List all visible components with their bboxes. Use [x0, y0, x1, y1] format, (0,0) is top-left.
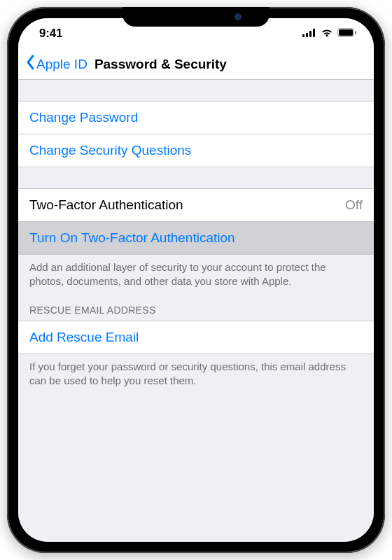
back-label: Apple ID: [36, 57, 88, 72]
two-factor-status-row[interactable]: Two-Factor Authentication Off: [18, 188, 374, 222]
add-rescue-email-label: Add Rescue Email: [29, 330, 139, 345]
change-security-questions-row[interactable]: Change Security Questions: [18, 134, 374, 167]
screen: 9:41 Apple ID Password & S: [18, 18, 374, 542]
svg-rect-3: [313, 29, 315, 37]
chevron-left-icon: [25, 55, 35, 74]
group-password: Change Password Change Security Question…: [18, 101, 374, 167]
navigation-bar: Apple ID Password & Security: [18, 49, 374, 80]
group-two-factor: Two-Factor Authentication Off Turn On Tw…: [18, 188, 374, 289]
svg-rect-6: [355, 31, 356, 34]
rescue-email-header: RESCUE EMAIL ADDRESS: [18, 289, 374, 321]
iphone-frame: 9:41 Apple ID Password & S: [7, 7, 385, 553]
back-button[interactable]: Apple ID: [25, 55, 88, 74]
svg-rect-0: [302, 34, 304, 37]
svg-rect-5: [339, 29, 353, 36]
status-icons: [302, 27, 357, 40]
change-questions-label: Change Security Questions: [29, 143, 191, 158]
front-camera: [234, 13, 241, 20]
page-title: Password & Security: [94, 57, 227, 72]
two-factor-footer: Add an additional layer of security to y…: [18, 255, 374, 289]
group-rescue-email: Add Rescue Email If you forget your pass…: [18, 321, 374, 388]
device-notch: [122, 7, 270, 27]
settings-content: Change Password Change Security Question…: [18, 80, 374, 542]
battery-icon: [337, 27, 357, 40]
change-password-label: Change Password: [29, 110, 138, 125]
svg-rect-2: [309, 31, 312, 37]
rescue-email-footer: If you forget your password or security …: [18, 354, 374, 388]
svg-rect-1: [306, 33, 308, 37]
add-rescue-email-row[interactable]: Add Rescue Email: [18, 321, 374, 354]
cellular-icon: [302, 27, 316, 40]
turn-on-two-factor-row[interactable]: Turn On Two-Factor Authentication: [18, 222, 374, 255]
wifi-icon: [321, 27, 333, 40]
two-factor-label: Two-Factor Authentication: [29, 197, 183, 213]
two-factor-value: Off: [345, 197, 363, 213]
status-time: 9:41: [39, 27, 62, 41]
turn-on-two-factor-label: Turn On Two-Factor Authentication: [29, 230, 235, 246]
change-password-row[interactable]: Change Password: [18, 101, 374, 134]
